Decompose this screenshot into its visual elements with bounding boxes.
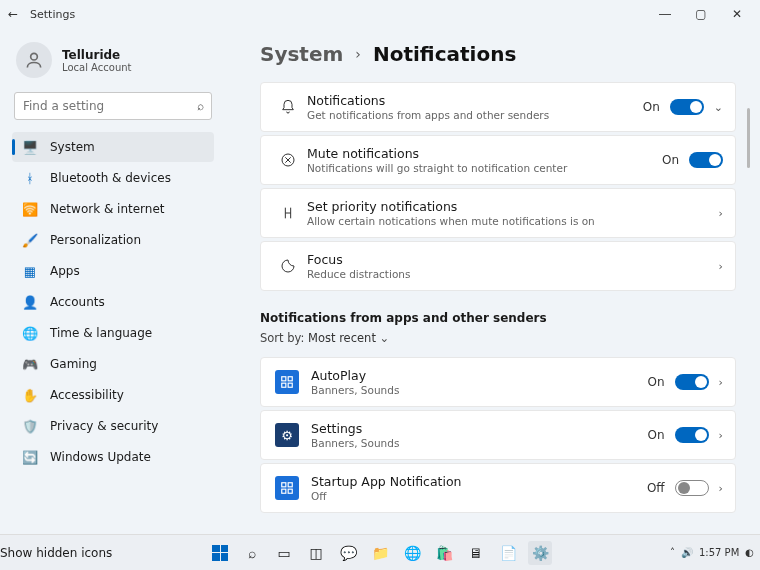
titlebar: ← Settings ― ▢ ✕ [0, 0, 760, 28]
toggle-state: On [662, 153, 679, 167]
nav-icon: ᚼ [22, 171, 38, 186]
app-row-settings[interactable]: ⚙ SettingsBanners, Sounds On› [261, 411, 735, 459]
nav-item-accounts[interactable]: 👤Accounts [12, 287, 214, 317]
nav-item-privacy-security[interactable]: 🛡️Privacy & security [12, 411, 214, 441]
setting-title: Mute notifications [307, 146, 567, 161]
nav-label: Windows Update [50, 450, 151, 464]
toggle-notifications[interactable] [670, 99, 704, 115]
start-button[interactable] [208, 541, 232, 565]
breadcrumb: System › Notifications [260, 28, 736, 82]
widgets[interactable]: ◫ [304, 541, 328, 565]
toggle-mute[interactable] [689, 152, 723, 168]
search-icon: ⌕ [197, 99, 204, 113]
setting-mute[interactable]: Mute notificationsNotifications will go … [261, 136, 735, 184]
chevron-right-icon[interactable]: › [719, 207, 723, 220]
setting-priority[interactable]: Set priority notificationsAllow certain … [261, 189, 735, 237]
crumb-current: Notifications [373, 42, 516, 66]
nav-item-gaming[interactable]: 🎮Gaming [12, 349, 214, 379]
nav-item-bluetooth-devices[interactable]: ᚼBluetooth & devices [12, 163, 214, 193]
nav-label: Accessibility [50, 388, 124, 402]
setting-desc: Get notifications from apps and other se… [307, 109, 549, 121]
nav-list: 🖥️SystemᚼBluetooth & devices🛜Network & i… [12, 132, 214, 472]
edge[interactable]: 🌐 [400, 541, 424, 565]
notifications-tray[interactable]: ◐ [745, 547, 754, 558]
nav-label: Network & internet [50, 202, 165, 216]
svg-rect-8 [282, 489, 286, 493]
user-block[interactable]: Telluride Local Account [12, 36, 214, 92]
app-tile [275, 476, 299, 500]
section-heading: Notifications from apps and other sender… [260, 311, 736, 325]
priority-icon [275, 205, 301, 221]
setting-title: Notifications [307, 93, 549, 108]
chevron-right-icon[interactable]: › [719, 482, 723, 495]
minimize-button[interactable]: ― [654, 7, 676, 21]
nav-icon: 🖌️ [22, 233, 38, 248]
svg-rect-4 [282, 383, 286, 387]
setting-notifications[interactable]: NotificationsGet notifications from apps… [261, 83, 735, 131]
chevron-right-icon[interactable]: › [719, 376, 723, 389]
system-tray[interactable]: 🔊 [681, 547, 693, 558]
store[interactable]: 🛍️ [432, 541, 456, 565]
chevron-right-icon[interactable]: › [719, 260, 723, 273]
svg-point-0 [31, 53, 38, 60]
nav-icon: 🎮 [22, 357, 38, 372]
toggle-app[interactable] [675, 427, 709, 443]
taskbar-search[interactable]: ⌕ [240, 541, 264, 565]
chevron-right-icon: › [355, 46, 361, 62]
chevron-down-icon[interactable]: ⌄ [714, 101, 723, 114]
chevron-right-icon[interactable]: › [719, 429, 723, 442]
nav-icon: ✋ [22, 388, 38, 403]
nav-icon: ▦ [22, 264, 38, 279]
sort-control[interactable]: Sort by: Most recent ⌄ [260, 331, 736, 345]
setting-desc: Allow certain notications when mute noti… [307, 215, 595, 227]
crumb-parent[interactable]: System [260, 42, 343, 66]
search-box[interactable]: ⌕ [14, 92, 212, 120]
setting-focus[interactable]: FocusReduce distractions › [261, 242, 735, 290]
maximize-button[interactable]: ▢ [690, 7, 712, 21]
mute-icon [275, 152, 301, 168]
app-name: Settings [311, 421, 399, 436]
nav-item-network-internet[interactable]: 🛜Network & internet [12, 194, 214, 224]
search-input[interactable] [14, 92, 212, 120]
app-desc: Banners, Sounds [311, 437, 399, 449]
explorer[interactable]: 📁 [368, 541, 392, 565]
sidebar: Telluride Local Account ⌕ 🖥️SystemᚼBluet… [10, 28, 216, 534]
nav-label: Apps [50, 264, 80, 278]
nav-item-time-language[interactable]: 🌐Time & language [12, 318, 214, 348]
scrollbar[interactable] [747, 108, 750, 168]
app-row-startup-app-notification[interactable]: Startup App NotificationOff Off› [261, 464, 735, 512]
toggle-app[interactable] [675, 480, 709, 496]
toggle-app[interactable] [675, 374, 709, 390]
back-button[interactable]: ← [6, 7, 20, 21]
tray-chevron[interactable]: ˄ [670, 547, 675, 558]
clock[interactable]: 1:57 PM [699, 547, 739, 558]
setting-title: Focus [307, 252, 410, 267]
nav-icon: 🔄 [22, 450, 38, 465]
task-view[interactable]: ▭ [272, 541, 296, 565]
notepad[interactable]: 📄 [496, 541, 520, 565]
window-title: Settings [30, 8, 75, 21]
app-row-autoplay[interactable]: AutoPlayBanners, Sounds On› [261, 358, 735, 406]
tray-tooltip: Show hidden icons [0, 546, 112, 560]
app-name: Startup App Notification [311, 474, 461, 489]
avatar [16, 42, 52, 78]
nav-item-system[interactable]: 🖥️System [12, 132, 214, 162]
nav-item-accessibility[interactable]: ✋Accessibility [12, 380, 214, 410]
user-type: Local Account [62, 62, 131, 73]
nav-item-apps[interactable]: ▦Apps [12, 256, 214, 286]
chat[interactable]: 💬 [336, 541, 360, 565]
app-name: AutoPlay [311, 368, 399, 383]
nav-label: Bluetooth & devices [50, 171, 171, 185]
toggle-state: Off [647, 481, 665, 495]
toggle-state: On [643, 100, 660, 114]
nav-icon: 🖥️ [22, 140, 38, 155]
nav-item-personalization[interactable]: 🖌️Personalization [12, 225, 214, 255]
setting-title: Set priority notifications [307, 199, 595, 214]
svg-rect-6 [282, 483, 286, 487]
close-button[interactable]: ✕ [726, 7, 748, 21]
nav-label: Privacy & security [50, 419, 158, 433]
nav-item-windows-update[interactable]: 🔄Windows Update [12, 442, 214, 472]
nav-label: Accounts [50, 295, 105, 309]
settings-taskbar[interactable]: ⚙️ [528, 541, 552, 565]
terminal[interactable]: 🖥 [464, 541, 488, 565]
